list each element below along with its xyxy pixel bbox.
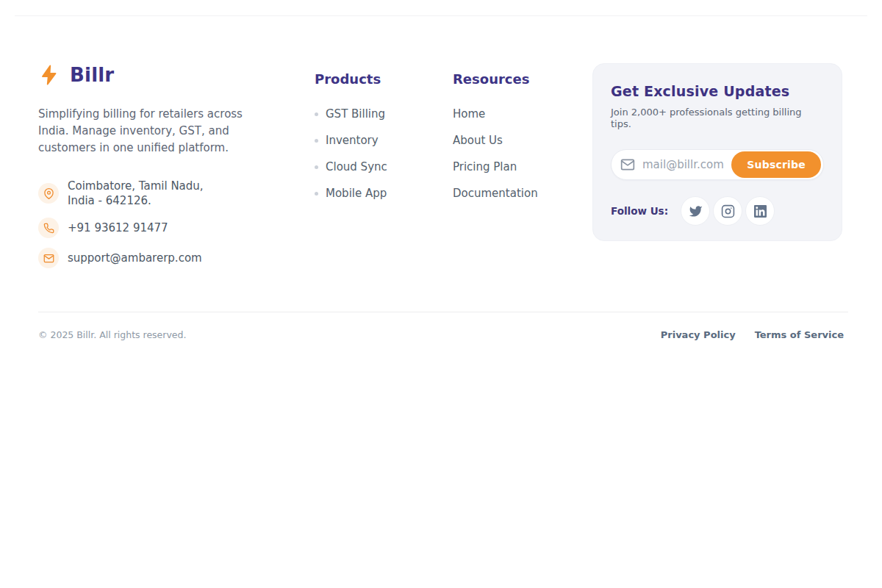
list-item: GST Billing xyxy=(315,107,453,121)
bullet-dot-icon xyxy=(315,139,318,143)
resource-link-documentation[interactable]: Documentation xyxy=(453,187,538,200)
bullet-dot-icon xyxy=(315,112,318,116)
footer-main: Billr Simplifying billing for retailers … xyxy=(38,62,842,278)
terms-of-service-link[interactable]: Terms of Service xyxy=(755,329,844,340)
contact-phone: +91 93612 91477 xyxy=(38,218,315,238)
phone-text: +91 93612 91477 xyxy=(68,220,168,235)
list-item: Inventory xyxy=(315,133,453,148)
products-heading: Products xyxy=(315,71,453,87)
newsletter-subtext: Join 2,000+ professionals getting billin… xyxy=(611,107,824,130)
list-item: Documentation xyxy=(453,186,591,201)
billr-footer-page: Billr Simplifying billing for retailers … xyxy=(0,0,882,588)
instagram-button[interactable] xyxy=(713,196,742,226)
bottom-links: Privacy Policy Terms of Service xyxy=(661,329,844,340)
brand-name: Billr xyxy=(70,64,114,86)
list-item: Mobile App xyxy=(315,186,453,201)
resource-link-about-us[interactable]: About Us xyxy=(453,134,503,147)
subscribe-form: Subscribe xyxy=(611,149,824,180)
contact-address: Coimbatore, Tamil Nadu, India - 642126. xyxy=(38,179,315,208)
bullet-dot-icon xyxy=(315,165,318,169)
product-link-gst-billing[interactable]: GST Billing xyxy=(326,107,385,121)
list-item: Cloud Sync xyxy=(315,159,453,174)
product-link-inventory[interactable]: Inventory xyxy=(326,134,379,147)
resource-link-home[interactable]: Home xyxy=(453,107,485,121)
envelope-icon xyxy=(38,248,59,268)
list-item: Home xyxy=(453,107,591,121)
phone-icon xyxy=(38,218,59,238)
resources-heading: Resources xyxy=(453,71,591,87)
resources-list: Home About Us Pricing Plan Documentation xyxy=(453,107,591,201)
bullet-dot-icon xyxy=(315,192,318,196)
top-divider xyxy=(15,15,867,16)
product-link-cloud-sync[interactable]: Cloud Sync xyxy=(326,160,387,173)
address-text: Coimbatore, Tamil Nadu, India - 642126. xyxy=(68,179,204,208)
privacy-policy-link[interactable]: Privacy Policy xyxy=(661,329,736,340)
bottom-bar: © 2025 Billr. All rights reserved. Priva… xyxy=(38,329,844,340)
location-pin-icon xyxy=(38,183,59,204)
linkedin-icon xyxy=(754,205,767,218)
resources-column: Resources Home About Us Pricing Plan Doc… xyxy=(453,62,591,212)
list-item: Pricing Plan xyxy=(453,159,591,174)
newsletter-card: Get Exclusive Updates Join 2,000+ profes… xyxy=(592,63,842,241)
contact-list: Coimbatore, Tamil Nadu, India - 642126. … xyxy=(38,179,315,268)
newsletter-heading: Get Exclusive Updates xyxy=(611,83,824,100)
contact-email: support@ambarerp.com xyxy=(38,248,315,268)
brand-tagline: Simplifying billing for retailers across… xyxy=(38,106,270,157)
instagram-icon xyxy=(721,204,735,218)
subscribe-button[interactable]: Subscribe xyxy=(731,151,821,178)
list-item: About Us xyxy=(453,133,591,148)
twitter-icon xyxy=(689,204,703,218)
follow-us-label: Follow Us: xyxy=(611,205,668,217)
copyright-text: © 2025 Billr. All rights reserved. xyxy=(38,329,186,340)
linkedin-button[interactable] xyxy=(745,196,775,226)
brand-logo[interactable]: Billr xyxy=(38,63,315,87)
lightning-bolt-icon xyxy=(38,63,60,87)
products-column: Products GST Billing Inventory Cloud Syn… xyxy=(315,62,453,212)
twitter-button[interactable] xyxy=(681,196,710,226)
products-list: GST Billing Inventory Cloud Sync Mobile … xyxy=(315,107,453,201)
resource-link-pricing-plan[interactable]: Pricing Plan xyxy=(453,160,517,173)
email-text: support@ambarerp.com xyxy=(68,251,202,265)
follow-row: Follow Us: xyxy=(611,196,824,226)
brand-column: Billr Simplifying billing for retailers … xyxy=(38,62,315,278)
product-link-mobile-app[interactable]: Mobile App xyxy=(326,187,387,200)
bottom-divider xyxy=(38,312,848,312)
